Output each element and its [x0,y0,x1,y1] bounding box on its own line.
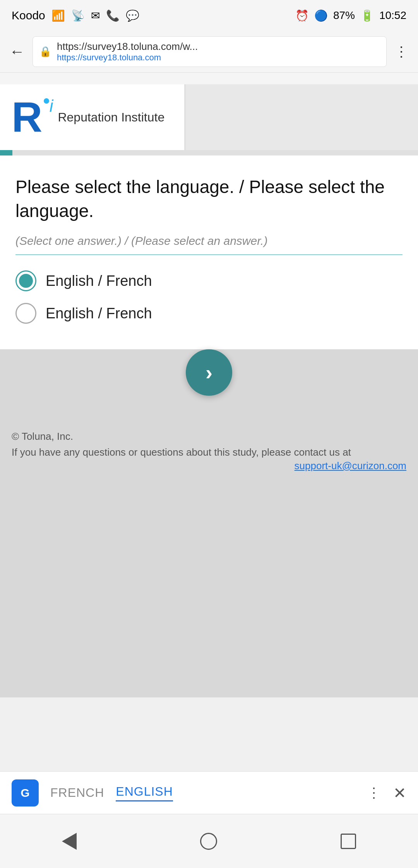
option-item-1[interactable]: English / French [15,270,403,291]
question-title: Please select the language. / Please sel… [15,175,403,223]
battery-icon: 🔋 [360,9,374,22]
alarm-icon: ⏰ [295,9,309,22]
question-subtitle: (Select one answer.) / (Please select an… [15,234,403,255]
translate-close-button[interactable]: ✕ [393,784,406,802]
main-content: R i Reputation Institute Please select t… [0,73,418,370]
status-bar: Koodo 📶 📡 ✉ 📞 💬 ⏰ 🔵 87% 🔋 10:52 [0,0,418,31]
logo-dot [44,98,49,104]
translate-bar: G FRENCH ENGLISH ⋮ ✕ [0,771,418,814]
radio-inner-1 [19,274,33,288]
nav-back-button[interactable] [62,833,77,850]
options-list: English / French English / French [15,270,403,324]
status-right: ⏰ 🔵 87% 🔋 10:52 [295,9,406,22]
back-triangle-icon [62,833,77,850]
footer-text: © Toluna, Inc. If you have any questions… [0,419,418,472]
logo-r: R [12,93,42,141]
time-display: 10:52 [379,9,406,22]
nav-home-button[interactable] [200,833,217,850]
radio-button-1[interactable] [15,270,36,291]
browser-menu-button[interactable]: ⋮ [394,44,409,60]
home-circle-icon [200,833,217,850]
option-label-1: English / French [46,273,152,289]
logo-name: Reputation Institute [58,110,164,125]
battery-level: 87% [333,9,355,22]
status-left: Koodo 📶 📡 ✉ 📞 💬 [12,9,139,22]
nav-recent-button[interactable] [341,834,356,849]
logo-banner: R i Reputation Institute [0,73,418,150]
gray-area: › © Toluna, Inc. If you have any questio… [0,349,418,697]
translate-lang-english[interactable]: ENGLISH [116,784,173,801]
url-main: https://survey18.toluna.com/w... [57,41,198,53]
translate-menu-dots[interactable]: ⋮ [367,785,382,801]
logo-box: R i Reputation Institute [0,84,186,150]
browser-bar: ← 🔒 https://survey18.toluna.com/w... htt… [0,31,418,73]
next-arrow-icon: › [206,362,212,383]
footer-copyright: © Toluna, Inc. [12,431,406,443]
carrier-name: Koodo [12,9,45,22]
survey-section: Please select the language. / Please sel… [0,155,418,339]
msg-icon: 💬 [126,9,139,22]
nav-bar [0,814,418,868]
logo-i-superscript: i [50,97,53,114]
g-icon-text: G [21,786,29,800]
bluetooth-icon: 🔵 [314,9,328,22]
signal-icon: 📶 [51,9,65,22]
browser-back-button[interactable]: ← [9,43,25,60]
progress-bar [0,150,418,155]
option-label-2: English / French [46,305,152,322]
recent-square-icon [341,834,356,849]
logo-right-panel [186,84,418,150]
email-icon: ✉ [91,9,100,22]
translate-lang-french[interactable]: FRENCH [50,786,104,800]
next-button-wrap: › [0,349,418,396]
url-sub: https://survey18.toluna.com [57,53,198,63]
lock-icon: 🔒 [39,46,51,58]
footer-email-link[interactable]: support-uk@curizon.com [12,460,406,472]
next-button[interactable]: › [186,349,232,396]
call-icon: 📞 [106,9,120,22]
footer-description: If you have any questions or questions a… [12,446,406,458]
option-item-2[interactable]: English / French [15,303,403,324]
url-bar[interactable]: 🔒 https://survey18.toluna.com/w... https… [33,36,387,67]
logo-r-wrap: R i [12,96,42,138]
radio-button-2[interactable] [15,303,36,324]
url-text: https://survey18.toluna.com/w... https:/… [57,41,198,63]
wifi-icon: 📡 [71,9,85,22]
progress-bar-fill [0,150,12,155]
google-translate-icon: G [12,779,39,806]
